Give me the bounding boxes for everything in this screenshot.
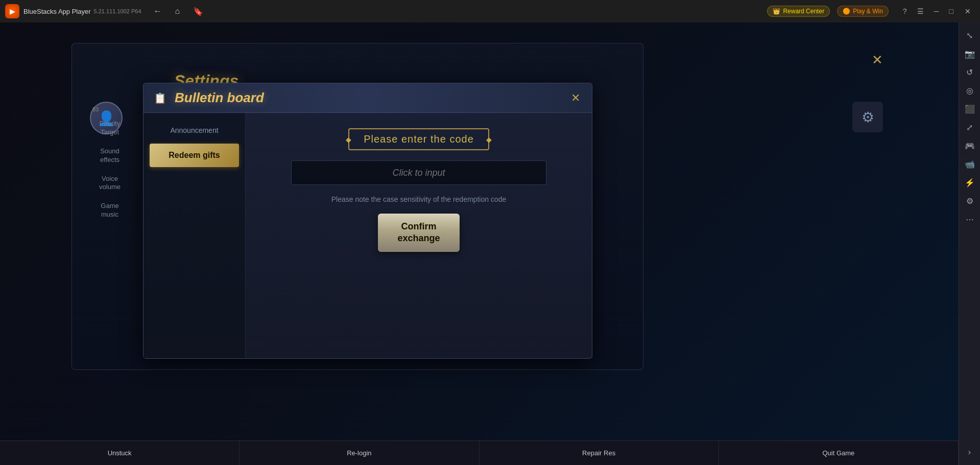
sidebar-gamepad-icon[interactable]: 🎮 bbox=[961, 137, 978, 154]
main-content: Settings ✕ 👤 83 PriorityTarget Soundeffe… bbox=[0, 22, 959, 440]
bookmark-button[interactable]: 🔖 bbox=[190, 6, 206, 17]
play-win-label: Play & Win bbox=[853, 8, 883, 15]
play-win-button[interactable]: 🟠 Play & Win bbox=[837, 6, 889, 17]
relogin-button[interactable]: Re-login bbox=[240, 441, 479, 465]
player-level: 83 bbox=[89, 104, 130, 114]
titlebar: ▶ BlueStacks App Player 5.21.111.1002 P6… bbox=[0, 0, 980, 22]
confirm-exchange-button[interactable]: Confirm exchange bbox=[378, 214, 460, 252]
bulletin-close-button[interactable]: ✕ bbox=[567, 90, 584, 106]
settings-nav-music[interactable]: Gamemusic bbox=[89, 197, 130, 224]
titlebar-nav: ← ⌂ 🔖 bbox=[151, 6, 207, 17]
code-title-wrapper: Please enter the code bbox=[348, 128, 489, 150]
crown-icon: 👑 bbox=[773, 8, 780, 15]
tab-redeem-gifts[interactable]: Redeem gifts bbox=[150, 144, 239, 167]
bulletin-content: Please enter the code Please note the ca… bbox=[246, 113, 592, 358]
sidebar-collapse-icon[interactable]: › bbox=[961, 444, 978, 461]
tab-announcement[interactable]: Announcement bbox=[150, 121, 239, 140]
help-button[interactable]: ? bbox=[900, 6, 910, 16]
app-name: BlueStacks App Player bbox=[23, 8, 91, 15]
reward-center-label: Reward Center bbox=[783, 8, 824, 15]
code-input[interactable] bbox=[291, 160, 546, 185]
sidebar-resize-icon[interactable]: ⤡ bbox=[961, 27, 978, 44]
right-sidebar: ⤡ 📷 ↺ ◎ ⬛ ⤢ 🎮 📹 ⚡ ⚙ ⋯ › bbox=[959, 22, 980, 465]
settings-nav-voice[interactable]: Voicevolume bbox=[89, 170, 130, 197]
app-logo: ▶ bbox=[5, 4, 19, 18]
quit-game-button[interactable]: Quit Game bbox=[719, 441, 959, 465]
bulletin-title: Bulletin board bbox=[175, 90, 264, 106]
sidebar-more-icon[interactable]: ⋯ bbox=[961, 211, 978, 228]
settings-nav-priority[interactable]: PriorityTarget bbox=[89, 114, 130, 142]
bulletin-modal: 📋 Bulletin board ✕ Announcement Redeem g… bbox=[143, 83, 592, 359]
reward-center-button[interactable]: 👑 Reward Center bbox=[767, 6, 830, 17]
sidebar-settings-icon[interactable]: ⚙ bbox=[961, 192, 978, 210]
minimize-button[interactable]: ─ bbox=[931, 6, 942, 16]
code-title-text: Please enter the code bbox=[364, 133, 474, 145]
coin-icon: 🟠 bbox=[843, 8, 850, 15]
code-note: Please note the case sensitivity of the … bbox=[331, 195, 506, 203]
home-button[interactable]: ⌂ bbox=[172, 6, 183, 17]
sidebar-rotate-icon[interactable]: ↺ bbox=[961, 63, 978, 81]
titlebar-right: 👑 Reward Center 🟠 Play & Win ? ☰ ─ □ ✕ bbox=[767, 6, 975, 17]
sidebar-macro-icon[interactable]: ⚡ bbox=[961, 174, 978, 191]
back-button[interactable]: ← bbox=[151, 6, 165, 17]
titlebar-actions: ? ☰ ─ □ ✕ bbox=[900, 6, 975, 16]
bulletin-body: Announcement Redeem gifts Please enter t… bbox=[144, 113, 592, 358]
menu-button[interactable]: ☰ bbox=[914, 6, 927, 16]
settings-nav-sound[interactable]: Soundeffects bbox=[89, 142, 130, 170]
maximize-button[interactable]: □ bbox=[946, 6, 957, 16]
close-window-button[interactable]: ✕ bbox=[961, 6, 975, 16]
code-title-box: Please enter the code bbox=[348, 128, 489, 150]
bulletin-tabs: Announcement Redeem gifts bbox=[144, 113, 246, 358]
sidebar-location-icon[interactable]: ◎ bbox=[961, 82, 978, 99]
bulletin-header: 📋 Bulletin board ✕ bbox=[144, 83, 592, 113]
sidebar-scale-icon[interactable]: ⤢ bbox=[961, 119, 978, 136]
sidebar-video-icon[interactable]: 📹 bbox=[961, 155, 978, 173]
bottom-bar: Unstuck Re-login Repair Res Quit Game bbox=[0, 440, 959, 465]
app-version: 5.21.111.1002 P64 bbox=[94, 8, 141, 14]
gear-settings-button[interactable]: ⚙ bbox=[852, 102, 883, 132]
settings-close-button[interactable]: ✕ bbox=[872, 52, 883, 68]
repair-res-button[interactable]: Repair Res bbox=[480, 441, 719, 465]
sidebar-apk-icon[interactable]: ⬛ bbox=[961, 100, 978, 118]
unstuck-button[interactable]: Unstuck bbox=[0, 441, 240, 465]
sidebar-screenshot-icon[interactable]: 📷 bbox=[961, 45, 978, 62]
settings-nav: 83 PriorityTarget Soundeffects Voicevolu… bbox=[89, 104, 130, 224]
